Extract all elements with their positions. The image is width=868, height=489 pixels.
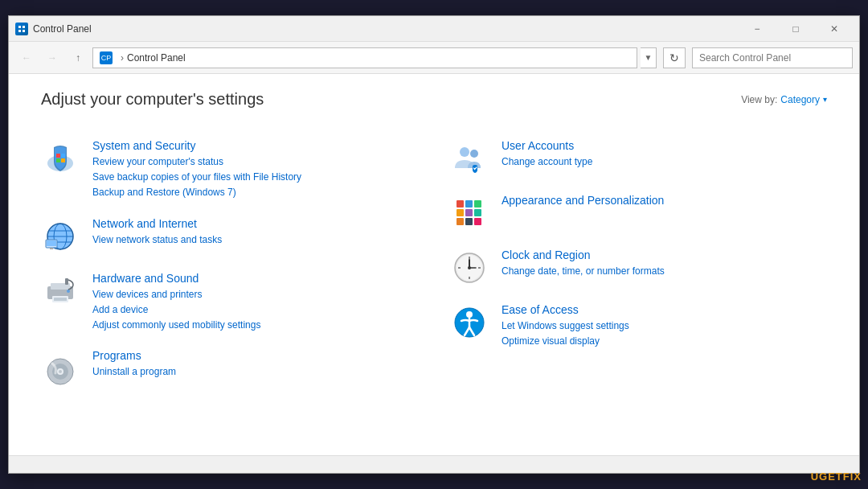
app-icon bbox=[15, 23, 28, 35]
svg-rect-35 bbox=[474, 209, 481, 216]
clock-region-link-1[interactable]: Change date, time, or number formats bbox=[502, 264, 827, 279]
svg-rect-5 bbox=[56, 154, 60, 158]
programs-icon bbox=[41, 349, 80, 388]
watermark-prefix: UGET bbox=[811, 471, 843, 483]
system-security-title[interactable]: System and Security bbox=[92, 139, 418, 152]
svg-rect-31 bbox=[465, 200, 473, 208]
svg-rect-17 bbox=[50, 248, 53, 249]
status-bar bbox=[9, 455, 859, 473]
svg-rect-33 bbox=[457, 209, 464, 216]
maximize-button[interactable]: □ bbox=[777, 16, 814, 42]
programs-info: Programs Uninstall a program bbox=[92, 349, 418, 380]
close-button[interactable]: ✕ bbox=[816, 16, 853, 42]
window-title: Control Panel bbox=[33, 23, 739, 35]
svg-point-29 bbox=[470, 150, 478, 158]
appearance-icon bbox=[450, 194, 489, 232]
list-item: Network and Internet View network status… bbox=[41, 209, 418, 264]
svg-rect-3 bbox=[23, 30, 25, 32]
svg-rect-36 bbox=[457, 218, 464, 225]
appearance-info: Appearance and Personalization bbox=[502, 194, 827, 209]
back-button[interactable]: ← bbox=[15, 47, 38, 69]
clock-region-icon bbox=[450, 249, 489, 287]
svg-rect-6 bbox=[61, 154, 65, 158]
network-internet-title[interactable]: Network and Internet bbox=[92, 217, 418, 230]
viewby-arrow-icon[interactable]: ▾ bbox=[823, 95, 827, 104]
clock-region-title[interactable]: Clock and Region bbox=[502, 249, 827, 261]
svg-rect-34 bbox=[465, 209, 473, 216]
watermark: UGETFIX bbox=[811, 471, 862, 483]
list-item: User Accounts Change account type bbox=[450, 131, 827, 186]
svg-rect-38 bbox=[474, 218, 481, 225]
titlebar: Control Panel − □ ✕ bbox=[9, 16, 859, 42]
network-internet-icon bbox=[41, 217, 80, 256]
hardware-sound-link-2[interactable]: Add a device bbox=[92, 302, 418, 318]
svg-rect-37 bbox=[465, 218, 473, 225]
hardware-sound-icon bbox=[41, 272, 80, 310]
svg-rect-2 bbox=[18, 30, 21, 32]
system-security-link-1[interactable]: Review your computer's status bbox=[92, 154, 418, 170]
address-dropdown[interactable]: ▼ bbox=[641, 47, 657, 68]
categories-grid: System and Security Review your computer… bbox=[41, 131, 827, 396]
programs-title[interactable]: Programs bbox=[92, 349, 418, 362]
viewby-value[interactable]: Category bbox=[780, 94, 820, 105]
user-accounts-link-1[interactable]: Change account type bbox=[502, 154, 827, 170]
user-accounts-icon bbox=[450, 139, 489, 178]
forward-button[interactable]: → bbox=[41, 47, 63, 69]
window-controls: − □ ✕ bbox=[739, 16, 853, 42]
ease-of-access-link-2[interactable]: Optimize visual display bbox=[502, 334, 827, 349]
list-item: System and Security Review your computer… bbox=[41, 131, 418, 209]
svg-point-47 bbox=[468, 266, 471, 269]
svg-point-22 bbox=[67, 290, 70, 293]
main-content: Adjust your computer's settings View by:… bbox=[9, 74, 859, 455]
appearance-title[interactable]: Appearance and Personalization bbox=[502, 194, 827, 207]
viewby-label: View by: bbox=[741, 94, 777, 105]
hardware-sound-title[interactable]: Hardware and Sound bbox=[92, 272, 418, 285]
user-accounts-info: User Accounts Change account type bbox=[502, 139, 827, 170]
ease-of-access-info: Ease of Access Let Windows suggest setti… bbox=[502, 303, 827, 349]
list-item: Hardware and Sound View devices and prin… bbox=[41, 264, 418, 342]
svg-rect-8 bbox=[61, 158, 65, 162]
user-accounts-title[interactable]: User Accounts bbox=[502, 139, 827, 152]
path-separator: › bbox=[121, 52, 124, 64]
address-bar: ← → ↑ CP › Control Panel ▼ ↻ bbox=[9, 42, 859, 74]
page-header: Adjust your computer's settings View by:… bbox=[41, 90, 827, 109]
svg-rect-0 bbox=[18, 26, 21, 28]
search-input[interactable] bbox=[692, 47, 853, 68]
left-column: System and Security Review your computer… bbox=[41, 131, 418, 396]
list-item: Programs Uninstall a program bbox=[41, 341, 418, 396]
system-security-link-2[interactable]: Save backup copies of your files with Fi… bbox=[92, 170, 418, 185]
svg-rect-23 bbox=[65, 278, 68, 285]
view-by-control: View by: Category ▾ bbox=[741, 94, 827, 105]
svg-point-27 bbox=[59, 370, 62, 373]
hardware-sound-link-1[interactable]: View devices and printers bbox=[92, 287, 418, 302]
address-path[interactable]: CP › Control Panel bbox=[92, 47, 637, 68]
programs-link-1[interactable]: Uninstall a program bbox=[92, 364, 418, 380]
watermark-suffix: FIX bbox=[843, 471, 862, 483]
list-item: Ease of Access Let Windows suggest setti… bbox=[450, 295, 827, 357]
svg-rect-21 bbox=[54, 298, 67, 301]
svg-rect-32 bbox=[474, 200, 481, 208]
system-security-info: System and Security Review your computer… bbox=[92, 139, 418, 201]
network-internet-info: Network and Internet View network status… bbox=[92, 217, 418, 248]
network-internet-link-1[interactable]: View network status and tasks bbox=[92, 232, 418, 248]
ease-of-access-icon bbox=[450, 303, 489, 342]
up-button[interactable]: ↑ bbox=[67, 47, 89, 69]
system-security-icon bbox=[41, 139, 80, 178]
page-title: Adjust your computer's settings bbox=[41, 90, 264, 109]
right-column: User Accounts Change account type bbox=[450, 131, 827, 396]
system-security-link-3[interactable]: Backup and Restore (Windows 7) bbox=[92, 185, 418, 200]
control-panel-window: Control Panel − □ ✕ ← → ↑ CP › Control P… bbox=[8, 15, 860, 474]
path-text: Control Panel bbox=[127, 52, 186, 64]
ease-of-access-link-1[interactable]: Let Windows suggest settings bbox=[502, 318, 827, 334]
svg-rect-30 bbox=[457, 200, 464, 208]
path-icon: CP bbox=[100, 51, 113, 64]
svg-rect-7 bbox=[56, 158, 60, 162]
hardware-sound-link-3[interactable]: Adjust commonly used mobility settings bbox=[92, 318, 418, 333]
list-item: Clock and Region Change date, time, or n… bbox=[450, 240, 827, 295]
list-item: Appearance and Personalization bbox=[450, 186, 827, 240]
refresh-button[interactable]: ↻ bbox=[663, 47, 686, 68]
hardware-sound-info: Hardware and Sound View devices and prin… bbox=[92, 272, 418, 334]
clock-region-info: Clock and Region Change date, time, or n… bbox=[502, 249, 827, 279]
ease-of-access-title[interactable]: Ease of Access bbox=[502, 303, 827, 316]
minimize-button[interactable]: − bbox=[739, 16, 776, 42]
